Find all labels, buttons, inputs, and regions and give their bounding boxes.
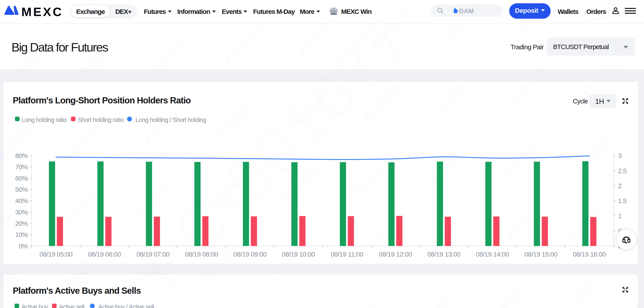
svg-text:WIN: WIN: [331, 12, 336, 15]
svg-text:40%: 40%: [15, 197, 28, 204]
svg-text:08/19 11:00: 08/19 11:00: [330, 251, 363, 258]
svg-text:3: 3: [618, 152, 622, 159]
svg-text:08/19 14:00: 08/19 14:00: [476, 251, 509, 258]
svg-text:08/19 06:00: 08/19 06:00: [88, 251, 121, 258]
svg-text:08/19 13:00: 08/19 13:00: [428, 251, 460, 258]
svg-text:80%: 80%: [15, 152, 28, 159]
svg-text:08/19 05:00: 08/19 05:00: [40, 251, 72, 258]
svg-text:08/19 15:00: 08/19 15:00: [524, 251, 558, 258]
svg-text:08/19 12:00: 08/19 12:00: [379, 251, 412, 258]
svg-text:1: 1: [618, 212, 622, 220]
svg-text:08/19 10:00: 08/19 10:00: [282, 251, 315, 258]
svg-text:1.5: 1.5: [618, 197, 626, 204]
svg-text:60%: 60%: [15, 175, 28, 182]
svg-text:10%: 10%: [15, 231, 28, 238]
svg-text:2: 2: [618, 182, 622, 189]
svg-text:50%: 50%: [15, 186, 28, 193]
svg-text:30%: 30%: [15, 209, 28, 216]
svg-text:08/19 09:00: 08/19 09:00: [234, 251, 266, 258]
svg-text:08/19 08:00: 08/19 08:00: [185, 251, 218, 258]
svg-text:2.5: 2.5: [618, 167, 626, 174]
svg-text:20%: 20%: [15, 220, 28, 227]
svg-text:70%: 70%: [15, 163, 28, 171]
svg-text:08/19 07:00: 08/19 07:00: [136, 251, 170, 258]
svg-text:08/19 16:00: 08/19 16:00: [573, 251, 606, 258]
svg-text:0%: 0%: [19, 243, 28, 250]
